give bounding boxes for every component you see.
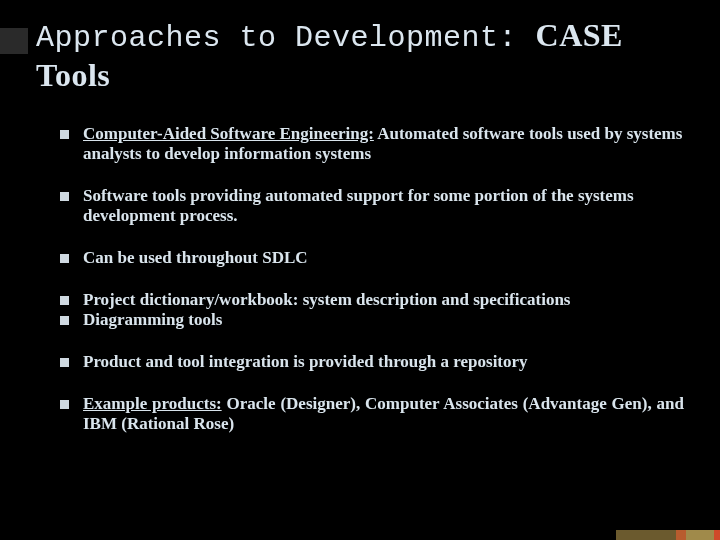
bullet-group: Project dictionary/workbook: system desc…: [60, 290, 684, 330]
footer-decoration: [616, 530, 720, 540]
bullet-item: Computer-Aided Software Engineering: Aut…: [60, 124, 684, 164]
bullet-item: Example products: Oracle (Designer), Com…: [60, 394, 684, 434]
content-area: Computer-Aided Software Engineering: Aut…: [36, 124, 684, 434]
deco-segment: [676, 530, 686, 540]
deco-segment: [714, 530, 720, 540]
deco-segment: [686, 530, 714, 540]
bullet-underline: Computer-Aided Software Engineering:: [83, 124, 374, 143]
bullet-text: Example products: Oracle (Designer), Com…: [83, 394, 684, 434]
slide-title: Approaches to Development: CASE Tools: [36, 16, 684, 96]
slide: Approaches to Development: CASE Tools Co…: [0, 0, 720, 540]
bullet-icon: [60, 254, 69, 263]
bullet-underline: Example products:: [83, 394, 222, 413]
bullet-icon: [60, 358, 69, 367]
bullet-item: Diagramming tools: [60, 310, 684, 330]
bullet-icon: [60, 400, 69, 409]
bullet-item: Can be used throughout SDLC: [60, 248, 684, 268]
bullet-text: Can be used throughout SDLC: [83, 248, 684, 268]
bullet-item: Product and tool integration is provided…: [60, 352, 684, 372]
bullet-text: Software tools providing automated suppo…: [83, 186, 684, 226]
bullet-icon: [60, 296, 69, 305]
accent-bar: [0, 28, 28, 54]
deco-segment: [616, 530, 676, 540]
bullet-icon: [60, 316, 69, 325]
bullet-text: Computer-Aided Software Engineering: Aut…: [83, 124, 684, 164]
title-prefix: Approaches to Development:: [36, 21, 536, 55]
bullet-icon: [60, 192, 69, 201]
bullet-text: Diagramming tools: [83, 310, 684, 330]
bullet-item: Project dictionary/workbook: system desc…: [60, 290, 684, 310]
bullet-icon: [60, 130, 69, 139]
bullet-text: Product and tool integration is provided…: [83, 352, 684, 372]
bullet-item: Software tools providing automated suppo…: [60, 186, 684, 226]
bullet-text: Project dictionary/workbook: system desc…: [83, 290, 684, 310]
